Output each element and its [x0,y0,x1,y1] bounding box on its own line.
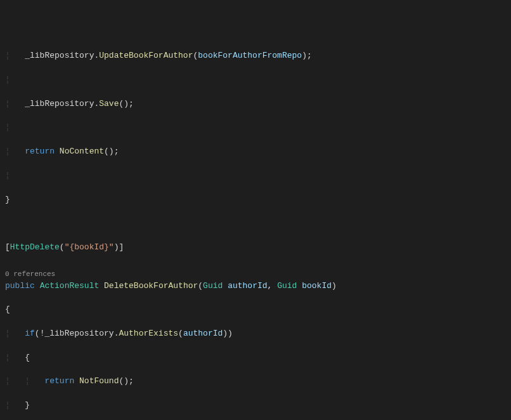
code-line: } [5,194,506,206]
code-line: ¦ [5,170,506,182]
code-line: ¦ [5,122,506,134]
code-line: [HttpDelete("{bookId}")] [5,242,506,254]
code-line: ¦ { [5,352,506,364]
code-line: { [5,304,506,316]
code-line: ¦ } [5,400,506,412]
code-line: ¦ _libRepository.Save(); [5,98,506,110]
code-line: ¦ if(!_libRepository.AuthorExists(author… [5,328,506,340]
code-line: public ActionResult DeleteBookForAuthor(… [5,280,506,292]
code-line [5,218,506,230]
code-line: ¦ _libRepository.UpdateBookForAuthor(boo… [5,50,506,62]
code-line: ¦ return NoContent(); [5,146,506,158]
code-line: ¦ [5,74,506,86]
code-line: ¦ ¦ return NotFound(); [5,376,506,388]
code-editor[interactable]: ¦ _libRepository.UpdateBookForAuthor(boo… [5,50,506,420]
codelens[interactable]: 0 references [5,270,506,280]
